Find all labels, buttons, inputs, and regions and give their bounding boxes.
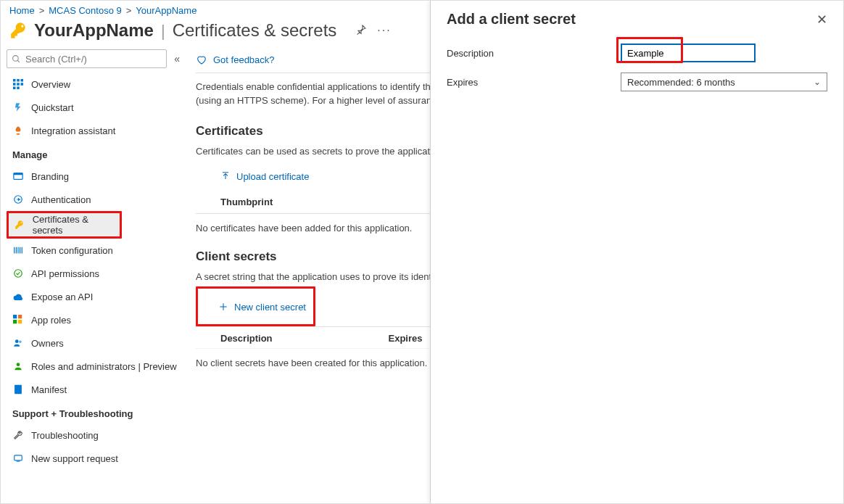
nav-label: Owners [31, 338, 64, 349]
svg-rect-21 [13, 320, 17, 323]
close-icon[interactable]: ✕ [816, 12, 827, 28]
nav-expose-api[interactable]: Expose an API [7, 285, 187, 308]
nav-label: Troubleshooting [31, 430, 99, 441]
nav-token-config[interactable]: Token configuration [7, 239, 187, 262]
search-box[interactable] [7, 49, 167, 68]
cloud-icon [12, 291, 24, 302]
new-client-secret-button[interactable]: New client secret [211, 293, 313, 321]
nav-integration-assistant[interactable]: Integration assistant [7, 119, 187, 142]
nav-app-roles[interactable]: App roles [7, 308, 187, 331]
nav-label: App roles [31, 315, 71, 326]
svg-line-1 [17, 60, 20, 62]
rocket-icon [12, 125, 24, 136]
page-subtitle: Certificates & secrets [173, 20, 337, 41]
nav-label: API permissions [31, 268, 99, 279]
branding-icon [12, 170, 24, 182]
upload-label: Upload certificate [236, 171, 309, 182]
svg-rect-4 [21, 79, 24, 82]
more-icon[interactable]: ··· [377, 24, 391, 37]
nav-owners[interactable]: Owners [7, 331, 187, 355]
col-expires: Expires [389, 333, 423, 344]
expires-value: Recommended: 6 months [627, 77, 735, 88]
nav-label: Expose an API [31, 292, 93, 302]
svg-rect-5 [13, 83, 16, 86]
svg-rect-22 [18, 320, 22, 323]
nav-label: Authentication [31, 194, 91, 205]
nav-troubleshooting[interactable]: Troubleshooting [7, 424, 187, 447]
key-icon [9, 21, 28, 40]
nav-label: Quickstart [31, 102, 74, 113]
wrench-icon [12, 429, 24, 441]
svg-rect-9 [17, 87, 20, 90]
app-roles-icon [12, 314, 24, 326]
breadcrumb-app[interactable]: YourAppName [136, 5, 196, 16]
key-icon [15, 219, 25, 231]
owners-icon [12, 337, 24, 349]
breadcrumb-home[interactable]: Home [9, 5, 35, 16]
nav-label: Token configuration [31, 245, 113, 256]
collapse-sidebar-icon[interactable]: « [171, 53, 183, 65]
expires-label: Expires [447, 77, 621, 88]
svg-rect-20 [18, 315, 22, 318]
api-perm-icon [12, 268, 24, 279]
support-icon [12, 453, 24, 464]
nav-api-permissions[interactable]: API permissions [7, 262, 187, 285]
sidebar: « Overview Quickstart Integration assist… [1, 46, 187, 500]
breadcrumb-sep: > [126, 5, 132, 16]
svg-rect-26 [15, 385, 22, 394]
nav-label: Manifest [31, 384, 67, 395]
svg-point-0 [13, 55, 19, 61]
search-input[interactable] [25, 54, 162, 65]
svg-rect-2 [13, 79, 16, 82]
description-label: Description [447, 48, 621, 59]
breadcrumb-sep: > [39, 5, 45, 16]
nav-label: Overview [31, 79, 70, 90]
grid-icon [12, 78, 24, 90]
svg-point-18 [15, 270, 22, 278]
svg-rect-8 [13, 87, 16, 90]
svg-rect-7 [21, 83, 24, 86]
nav-label: Branding [31, 171, 69, 182]
nav-label: Certificates & secrets [33, 214, 114, 236]
manifest-icon [12, 384, 24, 395]
new-client-secret-label: New client secret [234, 302, 306, 313]
description-input[interactable] [621, 44, 756, 62]
svg-rect-11 [14, 173, 22, 175]
svg-point-24 [19, 341, 22, 344]
lightning-icon [12, 102, 24, 113]
nav-overview[interactable]: Overview [7, 73, 187, 96]
svg-rect-3 [17, 79, 20, 82]
nav-roles-admins[interactable]: Roles and administrators | Preview [7, 355, 187, 378]
roles-icon [12, 360, 24, 372]
nav-group-manage: Manage [7, 142, 187, 165]
nav-quickstart[interactable]: Quickstart [7, 96, 187, 119]
svg-rect-27 [15, 455, 22, 460]
feedback-label: Got feedback? [213, 54, 275, 65]
add-client-secret-panel: Add a client secret ✕ Description Expire… [430, 1, 843, 504]
chevron-down-icon: ⌄ [814, 77, 821, 87]
breadcrumb-tenant[interactable]: MCAS Contoso 9 [49, 5, 121, 16]
nav-manifest[interactable]: Manifest [7, 378, 187, 401]
svg-rect-19 [13, 315, 17, 318]
nav-authentication[interactable]: Authentication [7, 188, 187, 211]
nav-branding[interactable]: Branding [7, 165, 187, 188]
nav-certificates-secrets[interactable]: Certificates & secrets [9, 213, 120, 236]
col-description: Description [220, 333, 273, 344]
auth-icon [12, 194, 24, 205]
nav-group-support: Support + Troubleshooting [7, 401, 187, 424]
svg-rect-6 [17, 83, 20, 86]
nav-label: New support request [31, 453, 118, 464]
token-icon [12, 244, 24, 256]
pin-icon[interactable] [355, 24, 367, 37]
nav-new-support-request[interactable]: New support request [7, 447, 187, 470]
page-title: YourAppName [34, 20, 154, 41]
expires-select[interactable]: Recommended: 6 months ⌄ [621, 73, 827, 91]
svg-point-23 [15, 339, 19, 343]
title-separator: | [158, 22, 168, 41]
svg-point-25 [17, 363, 20, 366]
nav-label: Integration assistant [31, 125, 115, 136]
panel-title: Add a client secret [447, 11, 576, 28]
nav-label: Roles and administrators | Preview [31, 361, 177, 372]
